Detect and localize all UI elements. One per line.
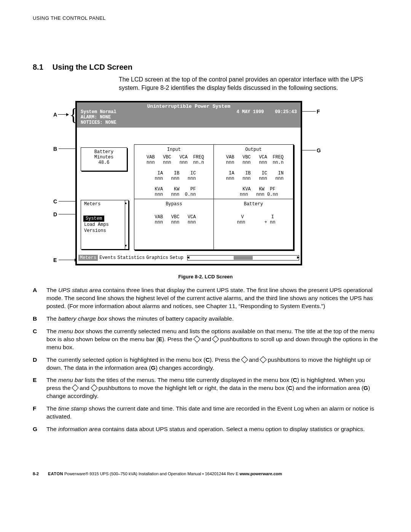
em: information area xyxy=(58,426,101,432)
callout-A: A xyxy=(53,112,57,118)
t: lists the titles of the menus. The menu … xyxy=(83,377,293,383)
t: pushbuttons to move the highlight left o… xyxy=(97,385,288,391)
callout-F: F xyxy=(317,109,320,115)
t: The currently selected xyxy=(46,356,106,363)
b: C xyxy=(293,377,297,383)
t: is highlighted in the menu box ( xyxy=(122,356,206,363)
em: UPS status area xyxy=(58,287,101,293)
t: ). Press the xyxy=(210,356,242,363)
em: time stamp xyxy=(58,405,87,412)
menubar-item[interactable]: Graphics xyxy=(146,255,168,260)
menu-title: Meters xyxy=(82,201,127,207)
info-battery: Battery V I nnn + nn xyxy=(213,199,293,250)
t: and xyxy=(247,356,260,363)
definitions: A The UPS status area contains three lin… xyxy=(33,286,378,433)
def-G: G The information area contains data abo… xyxy=(33,425,378,433)
def-A: A The UPS status area contains three lin… xyxy=(33,286,378,310)
section-number: 8.1 xyxy=(33,63,43,72)
def-letter: D xyxy=(33,356,40,372)
t: and xyxy=(200,336,213,342)
def-letter: A xyxy=(33,286,40,310)
t: ) changes accordingly. xyxy=(156,364,214,371)
lcd-date: 4 MAY 1999 xyxy=(237,109,264,115)
section-intro: The LCD screen at the top of the control… xyxy=(119,75,378,92)
battery-box: Battery Minutes 48.6 xyxy=(81,147,127,171)
def-letter: E xyxy=(33,376,40,400)
def-F: F The time stamp shows the current date … xyxy=(33,405,378,421)
running-head: USING THE CONTROL PANEL xyxy=(33,15,378,21)
right-diamond-icon xyxy=(91,385,97,391)
t: ) and the information area ( xyxy=(292,385,363,391)
def-B: B The battery charge box shows the minut… xyxy=(33,315,378,323)
b: G xyxy=(151,364,156,371)
t: contains data about UPS status and opera… xyxy=(101,426,365,432)
cell-heading: Bypass xyxy=(136,201,212,207)
lcd-titlebar: Uninterruptible Power System System Norm… xyxy=(77,102,301,128)
page-footer: 8-2 EATON Powerware® 9315 UPS (500–750 k… xyxy=(33,471,378,476)
t: The xyxy=(46,287,58,293)
b: C xyxy=(206,356,210,363)
t: The xyxy=(46,377,58,383)
lcd-status-line1: System Normal xyxy=(81,109,116,115)
callout-B: B xyxy=(53,146,57,152)
cell-heading: Output xyxy=(215,147,292,152)
battery-l3: 48.6 xyxy=(81,160,127,165)
menu-scrollbar[interactable] xyxy=(125,200,128,249)
em: battery charge box xyxy=(58,315,107,322)
section-title: Using the LCD Screen xyxy=(53,63,132,72)
callout-C: C xyxy=(53,198,57,204)
t: shows the minutes of battery capacity av… xyxy=(107,315,234,322)
up-diamond-icon xyxy=(193,335,200,342)
def-letter: F xyxy=(33,405,40,421)
footer-brand: EATON xyxy=(48,471,63,476)
lcd-diagram: A { B C D E F G Uninterruptible Power Sy… xyxy=(53,101,335,268)
menubar-selected[interactable]: Meters xyxy=(78,255,98,261)
b: C xyxy=(288,385,292,391)
up-diamond-icon xyxy=(241,356,248,363)
callout-D: D xyxy=(53,211,57,217)
section-heading: 8.1 Using the LCD Screen xyxy=(33,63,378,72)
def-letter: C xyxy=(33,328,40,351)
figure-caption: Figure 8-2. LCD Screen xyxy=(33,274,378,280)
menubar-item[interactable]: Events xyxy=(99,255,116,260)
cell-heading: Input xyxy=(136,147,212,152)
menubar-scrollbar[interactable] xyxy=(187,255,299,260)
info-input: Input VAB VBC VCA FREQ nnn nnn nnn nn.n … xyxy=(134,144,214,199)
menu-item[interactable]: Load Amps xyxy=(82,222,127,228)
lcd-time: 09:25:43 xyxy=(275,109,297,115)
callout-G: G xyxy=(317,147,321,153)
lcd-shell: Uninterruptible Power System System Norm… xyxy=(75,101,302,265)
callout-E: E xyxy=(53,257,57,263)
battery-l1: Battery xyxy=(81,149,127,155)
menubar-item[interactable]: Setup xyxy=(170,255,183,260)
em: menu bar xyxy=(58,377,83,383)
leader-E xyxy=(59,260,77,260)
def-letter: G xyxy=(33,425,40,433)
t: and xyxy=(78,385,91,391)
lcd-system-title: Uninterruptible Power System xyxy=(81,104,297,109)
def-letter: B xyxy=(33,315,40,323)
menu-bar: Meters Events Statistics Graphics Setup xyxy=(78,254,299,262)
em: menu box xyxy=(58,328,84,334)
menubar-item[interactable]: Statistics xyxy=(117,255,145,260)
cell-rows: VAB VBC VCA FREQ nnn nnn nnn nn.n IA IB … xyxy=(215,155,292,197)
t: ). Press the xyxy=(162,336,194,342)
b: G xyxy=(363,385,368,391)
t: The xyxy=(46,426,58,432)
left-diamond-icon xyxy=(72,385,78,391)
t: shows the current date and time. This da… xyxy=(46,405,374,420)
info-bypass: Bypass VAB VBC VCA nnn nnn nnn xyxy=(134,199,214,250)
footer-url: www.powerware.com xyxy=(240,471,282,476)
cell-rows: VAB VBC VCA nnn nnn nnn xyxy=(136,209,212,225)
def-D: D The currently selected option is highl… xyxy=(33,356,378,372)
leader-A xyxy=(58,114,68,115)
t: The xyxy=(46,328,58,334)
menu-item[interactable]: Versions xyxy=(82,228,127,234)
page-number: 8-2 xyxy=(33,471,39,476)
lcd-status-line3: NOTICES: NONE xyxy=(81,120,297,125)
battery-l2: Minutes xyxy=(81,155,127,160)
t: The xyxy=(46,315,58,322)
menu-selected[interactable]: System xyxy=(83,216,104,222)
def-E: E The menu bar lists the titles of the m… xyxy=(33,376,378,400)
footer-text: Powerware® 9315 UPS (500–750 kVA) Instal… xyxy=(63,471,240,476)
